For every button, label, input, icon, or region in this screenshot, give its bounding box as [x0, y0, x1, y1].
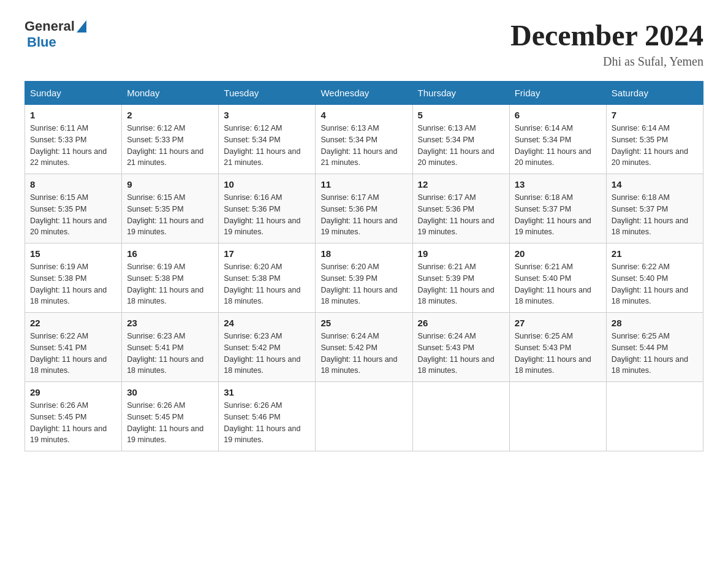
day-number: 13: [515, 179, 601, 190]
day-number: 3: [224, 110, 310, 120]
calendar-cell: [606, 382, 703, 451]
week-row-5: 29Sunrise: 6:26 AMSunset: 5:45 PMDayligh…: [25, 382, 703, 451]
day-info: Sunrise: 6:13 AMSunset: 5:34 PMDaylight:…: [320, 123, 407, 169]
calendar-cell: 16Sunrise: 6:19 AMSunset: 5:38 PMDayligh…: [122, 243, 219, 313]
page-header: General Blue December 2024 Dhi as Sufal,…: [25, 18, 703, 69]
day-number: 11: [320, 179, 407, 190]
day-info: Sunrise: 6:14 AMSunset: 5:35 PMDaylight:…: [612, 123, 698, 169]
day-info: Sunrise: 6:18 AMSunset: 5:37 PMDaylight:…: [515, 192, 601, 238]
day-header-tuesday: Tuesday: [219, 82, 316, 105]
day-number: 27: [515, 318, 601, 328]
main-title: December 2024: [510, 18, 703, 52]
calendar-cell: 17Sunrise: 6:20 AMSunset: 5:38 PMDayligh…: [219, 243, 316, 313]
week-row-2: 8Sunrise: 6:15 AMSunset: 5:35 PMDaylight…: [25, 174, 703, 243]
calendar-cell: 9Sunrise: 6:15 AMSunset: 5:35 PMDaylight…: [122, 174, 219, 243]
day-number: 28: [612, 318, 698, 328]
calendar-cell: 25Sunrise: 6:24 AMSunset: 5:42 PMDayligh…: [316, 313, 412, 382]
day-number: 21: [612, 248, 698, 259]
calendar-cell: 7Sunrise: 6:14 AMSunset: 5:35 PMDaylight…: [606, 105, 703, 174]
calendar-cell: 2Sunrise: 6:12 AMSunset: 5:33 PMDaylight…: [122, 105, 219, 174]
day-info: Sunrise: 6:26 AMSunset: 5:45 PMDaylight:…: [30, 400, 116, 446]
calendar-cell: [412, 382, 509, 451]
day-number: 17: [224, 248, 310, 259]
calendar-cell: 28Sunrise: 6:25 AMSunset: 5:44 PMDayligh…: [606, 313, 703, 382]
day-info: Sunrise: 6:20 AMSunset: 5:38 PMDaylight:…: [224, 261, 310, 307]
day-info: Sunrise: 6:24 AMSunset: 5:43 PMDaylight:…: [418, 331, 504, 377]
calendar-cell: 6Sunrise: 6:14 AMSunset: 5:34 PMDaylight…: [509, 105, 606, 174]
calendar-cell: 15Sunrise: 6:19 AMSunset: 5:38 PMDayligh…: [25, 243, 122, 313]
day-info: Sunrise: 6:21 AMSunset: 5:40 PMDaylight:…: [515, 261, 601, 307]
logo-triangle-icon: [77, 20, 86, 35]
day-number: 22: [30, 318, 116, 328]
calendar-cell: 4Sunrise: 6:13 AMSunset: 5:34 PMDaylight…: [316, 105, 412, 174]
day-number: 25: [320, 318, 407, 328]
calendar-cell: 23Sunrise: 6:23 AMSunset: 5:41 PMDayligh…: [122, 313, 219, 382]
calendar-cell: 26Sunrise: 6:24 AMSunset: 5:43 PMDayligh…: [412, 313, 509, 382]
day-info: Sunrise: 6:19 AMSunset: 5:38 PMDaylight:…: [30, 261, 116, 307]
day-info: Sunrise: 6:26 AMSunset: 5:45 PMDaylight:…: [127, 400, 213, 446]
day-info: Sunrise: 6:21 AMSunset: 5:39 PMDaylight:…: [418, 261, 504, 307]
day-number: 20: [515, 248, 601, 259]
day-header-thursday: Thursday: [412, 82, 509, 105]
day-info: Sunrise: 6:23 AMSunset: 5:41 PMDaylight:…: [127, 331, 213, 377]
day-number: 18: [320, 248, 407, 259]
day-number: 24: [224, 318, 310, 328]
day-info: Sunrise: 6:12 AMSunset: 5:34 PMDaylight:…: [224, 123, 310, 169]
calendar-cell: 1Sunrise: 6:11 AMSunset: 5:33 PMDaylight…: [25, 105, 122, 174]
calendar-cell: 13Sunrise: 6:18 AMSunset: 5:37 PMDayligh…: [509, 174, 606, 243]
calendar-cell: 11Sunrise: 6:17 AMSunset: 5:36 PMDayligh…: [316, 174, 412, 243]
day-info: Sunrise: 6:17 AMSunset: 5:36 PMDaylight:…: [320, 192, 407, 238]
calendar-cell: 27Sunrise: 6:25 AMSunset: 5:43 PMDayligh…: [509, 313, 606, 382]
calendar-cell: [316, 382, 412, 451]
day-header-wednesday: Wednesday: [316, 82, 412, 105]
calendar-cell: 29Sunrise: 6:26 AMSunset: 5:45 PMDayligh…: [25, 382, 122, 451]
day-info: Sunrise: 6:16 AMSunset: 5:36 PMDaylight:…: [224, 192, 310, 238]
calendar-cell: 30Sunrise: 6:26 AMSunset: 5:45 PMDayligh…: [122, 382, 219, 451]
calendar-cell: 8Sunrise: 6:15 AMSunset: 5:35 PMDaylight…: [25, 174, 122, 243]
day-number: 15: [30, 248, 116, 259]
day-info: Sunrise: 6:19 AMSunset: 5:38 PMDaylight:…: [127, 261, 213, 307]
day-number: 26: [418, 318, 504, 328]
calendar-cell: [509, 382, 606, 451]
day-info: Sunrise: 6:15 AMSunset: 5:35 PMDaylight:…: [127, 192, 213, 238]
week-row-4: 22Sunrise: 6:22 AMSunset: 5:41 PMDayligh…: [25, 313, 703, 382]
day-number: 23: [127, 318, 213, 328]
day-number: 16: [127, 248, 213, 259]
day-number: 10: [224, 179, 310, 190]
calendar-cell: 3Sunrise: 6:12 AMSunset: 5:34 PMDaylight…: [219, 105, 316, 174]
day-number: 19: [418, 248, 504, 259]
svg-marker-0: [77, 20, 86, 33]
calendar-cell: 14Sunrise: 6:18 AMSunset: 5:37 PMDayligh…: [606, 174, 703, 243]
day-header-sunday: Sunday: [25, 82, 122, 105]
day-info: Sunrise: 6:11 AMSunset: 5:33 PMDaylight:…: [30, 123, 116, 169]
calendar-cell: 12Sunrise: 6:17 AMSunset: 5:36 PMDayligh…: [412, 174, 509, 243]
logo-general-text: General: [25, 18, 75, 34]
day-info: Sunrise: 6:20 AMSunset: 5:39 PMDaylight:…: [320, 261, 407, 307]
day-info: Sunrise: 6:25 AMSunset: 5:43 PMDaylight:…: [515, 331, 601, 377]
calendar-table: SundayMondayTuesdayWednesdayThursdayFrid…: [25, 81, 703, 451]
day-info: Sunrise: 6:25 AMSunset: 5:44 PMDaylight:…: [612, 331, 698, 377]
day-info: Sunrise: 6:18 AMSunset: 5:37 PMDaylight:…: [612, 192, 698, 238]
day-number: 12: [418, 179, 504, 190]
day-number: 30: [127, 387, 213, 397]
day-info: Sunrise: 6:14 AMSunset: 5:34 PMDaylight:…: [515, 123, 601, 169]
day-number: 14: [612, 179, 698, 190]
day-header-friday: Friday: [509, 82, 606, 105]
day-info: Sunrise: 6:12 AMSunset: 5:33 PMDaylight:…: [127, 123, 213, 169]
day-number: 1: [30, 110, 116, 120]
day-number: 31: [224, 387, 310, 397]
day-info: Sunrise: 6:15 AMSunset: 5:35 PMDaylight:…: [30, 192, 116, 238]
calendar-cell: 5Sunrise: 6:13 AMSunset: 5:34 PMDaylight…: [412, 105, 509, 174]
calendar-cell: 10Sunrise: 6:16 AMSunset: 5:36 PMDayligh…: [219, 174, 316, 243]
subtitle: Dhi as Sufal, Yemen: [510, 55, 703, 69]
day-number: 29: [30, 387, 116, 397]
day-number: 7: [612, 110, 698, 120]
day-number: 9: [127, 179, 213, 190]
day-number: 2: [127, 110, 213, 120]
calendar-cell: 20Sunrise: 6:21 AMSunset: 5:40 PMDayligh…: [509, 243, 606, 313]
title-block: December 2024 Dhi as Sufal, Yemen: [510, 18, 703, 69]
calendar-cell: 21Sunrise: 6:22 AMSunset: 5:40 PMDayligh…: [606, 243, 703, 313]
calendar-cell: 19Sunrise: 6:21 AMSunset: 5:39 PMDayligh…: [412, 243, 509, 313]
calendar-cell: 18Sunrise: 6:20 AMSunset: 5:39 PMDayligh…: [316, 243, 412, 313]
day-info: Sunrise: 6:22 AMSunset: 5:41 PMDaylight:…: [30, 331, 116, 377]
